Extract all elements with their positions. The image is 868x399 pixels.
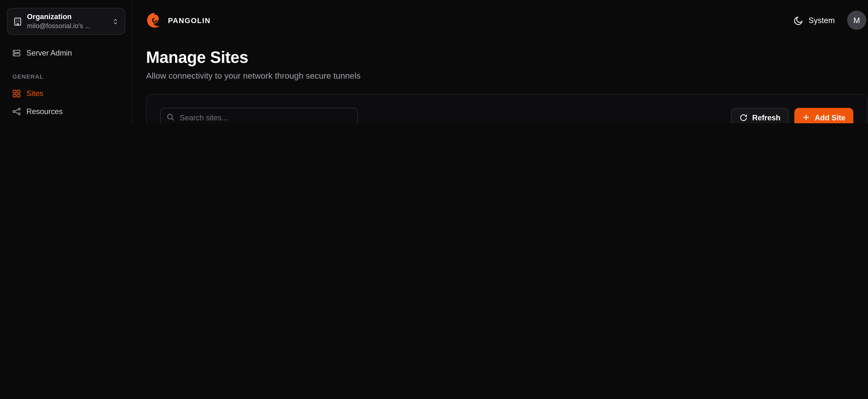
main-area: PANGOLIN System M Manage Sites Allow con… xyxy=(133,0,868,123)
sidebar-item-label: Server Admin xyxy=(26,49,72,57)
org-label: Organization xyxy=(27,12,107,22)
theme-toggle[interactable]: System xyxy=(794,16,835,25)
add-site-button[interactable]: Add Site xyxy=(795,108,853,123)
org-switcher[interactable]: Organization milo@fossorial.io's ... xyxy=(7,8,125,35)
sidebar-item-resources[interactable]: Resources xyxy=(7,103,125,121)
section-label-general: GENERAL xyxy=(12,73,120,80)
sidebar: Organization milo@fossorial.io's ... Ser… xyxy=(0,0,133,123)
org-texts: Organization milo@fossorial.io's ... xyxy=(27,12,107,31)
server-icon xyxy=(12,49,21,57)
topbar: PANGOLIN System M xyxy=(133,0,868,40)
org-value: milo@fossorial.io's ... xyxy=(27,22,107,31)
refresh-button[interactable]: Refresh xyxy=(731,108,789,123)
chevrons-up-down-icon xyxy=(112,18,119,25)
app-root: Organization milo@fossorial.io's ... Ser… xyxy=(0,0,868,123)
toolbar-actions: Refresh Add Site xyxy=(731,108,854,123)
page-subtitle: Allow connectivity to your network throu… xyxy=(146,71,867,81)
resources-icon xyxy=(12,107,21,116)
search-icon xyxy=(166,113,175,121)
search-wrap xyxy=(160,108,358,123)
theme-label: System xyxy=(809,16,835,25)
sidebar-item-label: Sites xyxy=(26,89,43,98)
avatar[interactable]: M xyxy=(847,10,866,30)
refresh-icon xyxy=(739,113,748,122)
refresh-label: Refresh xyxy=(752,113,780,122)
building-icon xyxy=(13,17,22,26)
sidebar-item-domains[interactable]: Domains xyxy=(7,121,125,123)
content: Manage Sites Allow connectivity to your … xyxy=(133,40,868,123)
brand[interactable]: PANGOLIN xyxy=(146,12,211,29)
sites-icon xyxy=(12,89,21,98)
plus-icon xyxy=(802,114,810,121)
topbar-right: System M xyxy=(794,10,866,30)
sidebar-item-server-admin[interactable]: Server Admin xyxy=(7,44,125,62)
sites-card: Refresh Add Site Name Online xyxy=(146,94,867,123)
pangolin-logo-icon xyxy=(146,12,163,29)
brand-name: PANGOLIN xyxy=(168,16,211,25)
sidebar-item-sites[interactable]: Sites xyxy=(7,85,125,103)
page-title: Manage Sites xyxy=(146,48,867,67)
moon-icon xyxy=(794,16,803,25)
sidebar-item-label: Resources xyxy=(26,107,63,116)
card-toolbar: Refresh Add Site xyxy=(147,94,867,123)
add-site-label: Add Site xyxy=(815,113,845,122)
search-input[interactable] xyxy=(160,108,358,123)
